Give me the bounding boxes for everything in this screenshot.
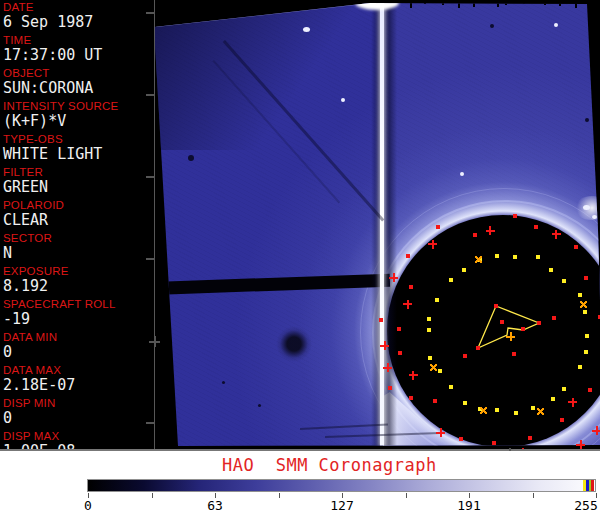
colorbar-tick-label: 0: [84, 498, 92, 512]
marker-plus: [506, 332, 515, 341]
y-tick: [146, 12, 155, 14]
marker-x: [475, 256, 482, 263]
marker-dot: [585, 334, 589, 338]
marker-dot: [584, 276, 588, 280]
metadata-field: TIME17:37:00 UT: [0, 33, 154, 66]
marker-dot: [436, 225, 440, 229]
marker-dot: [560, 418, 564, 422]
marker-dot: [435, 298, 439, 302]
field-value: N: [3, 245, 154, 262]
marker-dot: [427, 317, 431, 321]
marker-dot: [531, 406, 535, 410]
marker-plus: [552, 230, 561, 239]
marker-x: [430, 364, 437, 371]
marker-dot: [552, 316, 556, 320]
field-label: DATA MIN: [3, 331, 154, 344]
metadata-field: OBJECTSUN:CORONA: [0, 66, 154, 99]
field-value: SUN:CORONA: [3, 80, 154, 97]
marker-dot: [398, 351, 402, 355]
colorbar-overflow-stripe: [591, 480, 594, 491]
metadata-field: EXPOSURE8.192: [0, 264, 154, 297]
marker-dot: [459, 437, 463, 441]
colorbar-tick-label: 191: [457, 498, 480, 512]
metadata-panel: DATE6 Sep 1987TIME17:37:00 UTOBJECTSUN:C…: [0, 0, 154, 450]
metadata-field: POLAROIDCLEAR: [0, 198, 154, 231]
marker-dot: [588, 388, 592, 392]
marker-dot: [463, 401, 467, 405]
marker-x: [537, 408, 544, 415]
marker-plus: [389, 273, 398, 282]
marker-dot: [578, 293, 582, 297]
marker-dot: [562, 279, 566, 283]
marker-dot: [427, 328, 431, 332]
metadata-field: DATE6 Sep 1987: [0, 0, 154, 33]
field-value: (K+F)*V: [3, 113, 154, 130]
footer: HAO SMM Coronagraph 063127191255: [0, 451, 600, 512]
marker-dot: [409, 396, 413, 400]
field-value: 0: [3, 410, 154, 427]
colorbar-tick-label: 63: [207, 498, 223, 512]
field-value: GREEN: [3, 179, 154, 196]
marker-dot: [500, 320, 504, 324]
colorbar-tick: [406, 493, 407, 498]
metadata-field: DATA MIN0: [0, 330, 154, 363]
y-tick-plus: [149, 336, 160, 347]
marker-plus: [592, 426, 600, 435]
marker-dot: [528, 436, 532, 440]
marker-dot: [438, 369, 442, 373]
marker-dot: [433, 399, 437, 403]
marker-dot: [473, 233, 477, 237]
marker-plus: [436, 428, 445, 437]
marker-x: [480, 407, 487, 414]
marker-dot: [495, 254, 499, 258]
field-label: DISP MIN: [3, 397, 154, 410]
metadata-field: INTENSITY SOURCE(K+F)*V: [0, 99, 154, 132]
marker-dot: [521, 327, 525, 331]
marker-dot: [534, 225, 538, 229]
marker-dot: [549, 268, 553, 272]
marker-plus: [383, 363, 392, 372]
marker-plus: [409, 371, 418, 380]
colorbar-tick: [152, 493, 153, 498]
marker-dot: [379, 318, 383, 322]
marker-dot: [409, 285, 413, 289]
metadata-field: TYPE-OBSWHITE LIGHT: [0, 132, 154, 165]
marker-dot: [462, 268, 466, 272]
marker-dot: [495, 408, 499, 412]
y-tick: [146, 422, 155, 424]
metadata-field: DISP MIN0: [0, 396, 154, 429]
marker-plus: [486, 226, 495, 235]
metadata-field: FILTERGREEN: [0, 165, 154, 198]
metadata-field: DATA MAX2.18E-07: [0, 363, 154, 396]
colorbar-tick-label: 127: [330, 498, 353, 512]
marker-dot: [513, 214, 517, 218]
marker-dot: [463, 354, 467, 358]
field-value: WHITE LIGHT: [3, 146, 154, 163]
marker-dot: [513, 255, 517, 259]
metadata-field: SPACECRAFT ROLL-19: [0, 297, 154, 330]
marker-dot: [583, 310, 587, 314]
field-value: 17:37:00 UT: [3, 47, 154, 64]
marker-dot: [406, 254, 410, 258]
field-value: 6 Sep 1987: [3, 14, 154, 31]
field-value: CLEAR: [3, 212, 154, 229]
coronagraph-image-viewport[interactable]: [154, 0, 600, 450]
field-label: SECTOR: [3, 232, 154, 245]
marker-dot: [584, 350, 588, 354]
marker-dot: [449, 385, 453, 389]
y-axis-line: [154, 0, 155, 450]
colorbar-tick-label: 255: [574, 498, 597, 512]
marker-dot: [494, 304, 498, 308]
marker-dot: [537, 321, 541, 325]
fiducial-marker-layer: [154, 0, 600, 450]
marker-dot: [388, 386, 392, 390]
marker-dot: [492, 441, 496, 445]
marker-dot: [578, 365, 582, 369]
field-value: 0: [3, 344, 154, 361]
marker-x: [580, 301, 587, 308]
metadata-field: SECTORN: [0, 231, 154, 264]
marker-dot: [551, 397, 555, 401]
marker-plus: [403, 300, 412, 309]
marker-plus: [576, 440, 585, 449]
colorbar-tick: [279, 493, 280, 498]
